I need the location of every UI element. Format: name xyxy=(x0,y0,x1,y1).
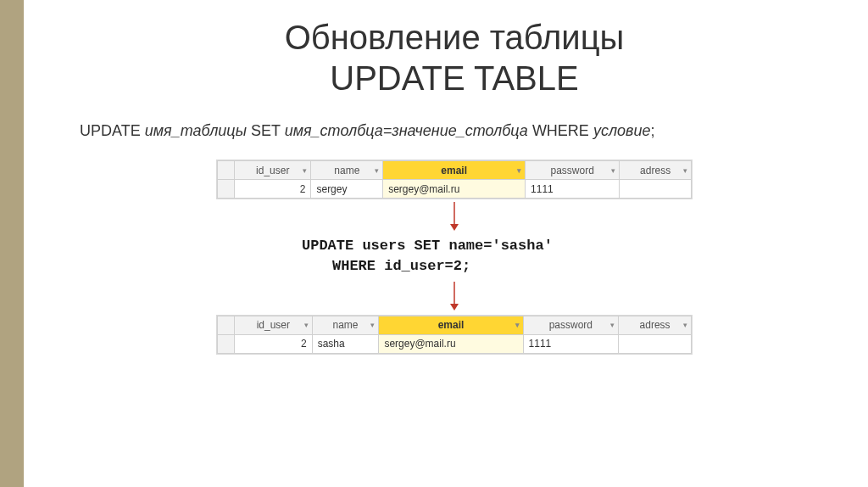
cell-password[interactable]: 1111 xyxy=(526,180,620,199)
cell-id_user[interactable]: 2 xyxy=(235,180,311,199)
chevron-down-icon: ▾ xyxy=(370,321,375,329)
col-adress[interactable]: adress▾ xyxy=(619,316,692,334)
cell-adress[interactable] xyxy=(619,334,692,353)
col-password[interactable]: password▾ xyxy=(526,161,620,180)
table-header-row: id_user▾ name▾ email▾ password▾ adress▾ xyxy=(218,161,692,180)
chevron-down-icon: ▾ xyxy=(683,166,687,175)
col-id_user[interactable]: id_user▾ xyxy=(235,161,311,180)
row-selector-header xyxy=(218,316,235,334)
svg-marker-1 xyxy=(450,224,459,231)
cell-password[interactable]: 1111 xyxy=(523,334,619,353)
chevron-down-icon: ▾ xyxy=(610,321,615,329)
chevron-down-icon: ▾ xyxy=(304,321,309,329)
slide-title: Обновление таблицы UPDATE TABLE xyxy=(75,17,834,98)
cell-id_user[interactable]: 2 xyxy=(235,334,313,353)
table-row: 2 sasha sergey@mail.ru 1111 xyxy=(218,334,692,353)
ph-condition: условие xyxy=(593,122,651,139)
chevron-down-icon: ▾ xyxy=(683,321,687,329)
col-email[interactable]: email▾ xyxy=(379,316,523,334)
sql-line-2: WHERE id_user=2; xyxy=(302,256,607,277)
chevron-down-icon: ▾ xyxy=(611,166,615,175)
chevron-down-icon: ▾ xyxy=(515,321,520,329)
title-line-2: UPDATE TABLE xyxy=(330,59,578,97)
ph-table-name: имя_таблицы xyxy=(145,122,247,139)
kw-set: SET xyxy=(251,122,281,139)
slide-accent-border xyxy=(0,0,24,487)
col-id_user[interactable]: id_user▾ xyxy=(235,316,313,334)
arrow-down-icon xyxy=(448,282,461,311)
svg-marker-3 xyxy=(450,304,459,311)
col-name[interactable]: name▾ xyxy=(312,316,379,334)
kw-where: WHERE xyxy=(532,122,589,139)
chevron-down-icon: ▾ xyxy=(517,166,521,175)
title-line-1: Обновление таблицы xyxy=(285,19,625,56)
arrow-down-icon xyxy=(448,202,461,231)
sql-syntax-template: UPDATE имя_таблицы SET имя_столбца=значе… xyxy=(80,122,834,140)
cell-name[interactable]: sergey xyxy=(311,180,383,199)
table-after-wrap: id_user▾ name▾ email▾ password▾ adress▾ … xyxy=(217,316,692,354)
cell-name[interactable]: sasha xyxy=(312,334,379,353)
ph-column-assign: имя_столбца=значение_столбца xyxy=(285,122,528,139)
semicolon: ; xyxy=(650,122,654,139)
col-adress[interactable]: adress▾ xyxy=(620,161,692,180)
table-row: 2 sergey sergey@mail.ru 1111 xyxy=(218,180,692,199)
row-selector-header xyxy=(218,161,235,180)
chevron-down-icon: ▾ xyxy=(303,166,307,175)
col-email[interactable]: email▾ xyxy=(383,161,526,180)
sql-statement: UPDATE users SET name='sasha' WHERE id_u… xyxy=(302,236,607,277)
sql-line-1: UPDATE users SET name='sasha' xyxy=(302,236,607,256)
slide-content: Обновление таблицы UPDATE TABLE UPDATE и… xyxy=(24,0,868,374)
row-selector[interactable] xyxy=(218,180,235,199)
col-password[interactable]: password▾ xyxy=(523,316,619,334)
row-selector[interactable] xyxy=(218,334,235,353)
cell-email[interactable]: sergey@mail.ru xyxy=(383,180,526,199)
chevron-down-icon: ▾ xyxy=(375,166,379,175)
cell-adress[interactable] xyxy=(620,180,692,199)
kw-update: UPDATE xyxy=(80,122,141,139)
col-name[interactable]: name▾ xyxy=(311,161,383,180)
table-header-row: id_user▾ name▾ email▾ password▾ adress▾ xyxy=(218,316,692,334)
table-after: id_user▾ name▾ email▾ password▾ adress▾ … xyxy=(217,316,692,354)
cell-email[interactable]: sergey@mail.ru xyxy=(379,334,523,353)
table-before-wrap: id_user▾ name▾ email▾ password▾ adress▾ … xyxy=(217,160,692,199)
table-before: id_user▾ name▾ email▾ password▾ adress▾ … xyxy=(217,160,692,199)
